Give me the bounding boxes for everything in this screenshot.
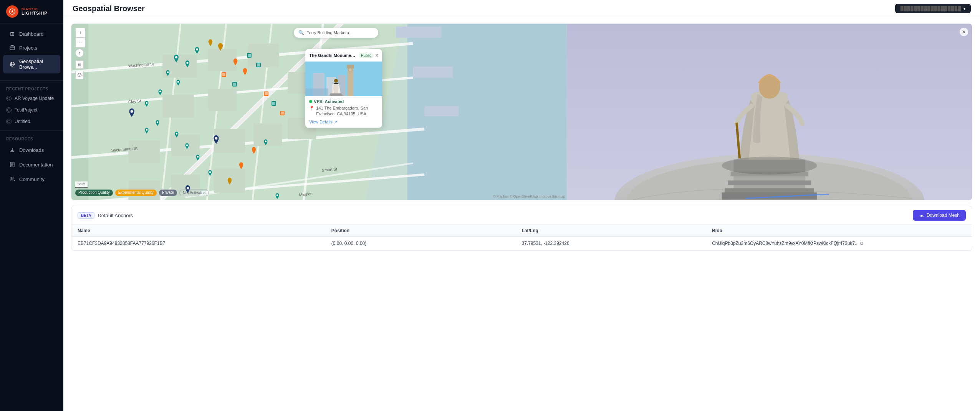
col-name: Name [78,228,331,233]
map-pin-teal-2[interactable] [185,60,190,69]
project-label: AR Voyage Update [15,96,54,101]
projects-icon [9,45,15,51]
legend-not-activated: Not Activated [179,190,209,196]
svg-point-58 [177,81,179,83]
map-pin-square-5[interactable] [263,91,269,98]
logo-sub-text: NIANTIC [22,7,48,11]
sidebar-item-documentation[interactable]: Documentation [3,158,60,171]
col-latlng: Lat/Lng [521,228,712,233]
content-area: Washington St Clay St Sacramento St Smar… [63,17,980,411]
map-attribution: © Mapbox © OpenStreetMap Improve this ma… [493,195,565,198]
map-pin-gold-3[interactable] [227,178,232,186]
svg-rect-41 [413,66,453,78]
map-pin-square-2[interactable] [256,62,261,69]
search-value: Ferry Building Marketp... [306,30,353,35]
map-legend: Production Quality Experimental Quality … [75,190,209,196]
legend-production: Production Quality [75,190,113,196]
map-pin-teal-4[interactable] [166,70,170,78]
svg-point-69 [146,129,148,131]
cell-blob: ChUlqPb0pZu3m6OyARC8wYuhsZm9vxAY0MfKtPsw… [712,241,966,246]
sidebar-item-community[interactable]: Community [3,173,60,186]
table-row: EB71CF3DA9A94932858FAA777926F1B7 (0.00, … [71,237,972,250]
map-pin-teal-3[interactable] [194,47,200,55]
zoom-out-button[interactable]: − [75,38,85,48]
table-column-headers: Name Position Lat/Lng Blob [71,225,972,237]
viewer-3d: ✕ [567,24,972,200]
chevron-down-icon: ▾ [963,7,965,11]
sidebar-item-downloads[interactable]: Downloads [3,143,60,156]
viewer-close-button[interactable]: ✕ [960,28,968,36]
svg-marker-97 [331,84,341,94]
cell-latlng: 37.79531, -122.392426 [521,241,712,246]
map-pin-teal-12[interactable] [208,170,212,178]
svg-rect-42 [424,106,459,116]
map-pin-teal-9[interactable] [174,131,179,139]
download-mesh-button[interactable]: Download Mesh [913,210,966,221]
map-pin-teal-1[interactable] [173,55,179,64]
recent-project-ar-voyage[interactable]: AR Voyage Update [0,93,63,104]
map-pin-orange-4[interactable] [251,147,257,155]
copy-blob-button[interactable]: ⧉ [860,241,864,246]
svg-rect-81 [265,92,268,95]
map-pin-teal-11[interactable] [195,155,200,162]
project-label: TestProject [15,107,37,113]
downloads-icon [9,147,15,153]
resources-divider [0,130,63,131]
svg-point-63 [157,121,159,123]
map-pin-teal-6[interactable] [158,89,162,97]
recent-project-untitled[interactable]: Untitled [0,116,63,127]
documentation-icon [9,161,15,168]
legend-experimental: Experimental Quality [115,190,157,196]
map-pin-teal-10[interactable] [185,143,189,151]
map-pin-teal-13[interactable] [263,139,268,147]
map-layers-button[interactable] [75,71,84,79]
map-pin-blue-1[interactable] [128,108,135,118]
map-pin-gold-1[interactable] [208,39,213,48]
zoom-in-button[interactable]: + [75,28,85,38]
map-pin-orange-2[interactable] [242,68,248,77]
view-details-link[interactable]: View Details ↗ [309,120,378,125]
map-section[interactable]: Washington St Clay St Sacramento St Smar… [71,24,567,200]
location-icon: 📍 [309,105,315,117]
svg-point-62 [146,102,148,104]
sidebar-item-label: Documentation [19,162,53,168]
svg-point-59 [159,91,161,93]
table-section-title: Default Anchors [98,213,133,218]
svg-rect-99 [305,88,328,96]
map-pin-square-3[interactable] [221,72,227,79]
logo-area: NIANTIC LIGHTSHIP [0,0,63,23]
user-menu[interactable]: ██████████████████ ▾ [895,4,971,13]
table-section: BETA Default Anchors Download Mesh Name … [71,206,972,251]
popup-close-button[interactable]: × [375,52,378,58]
map-pin-square-1[interactable] [247,53,252,60]
sidebar-item-geospatial[interactable]: Geospatial Brows... [3,55,60,73]
map-pin-blue-2[interactable] [213,135,220,145]
map-pin-teal-5[interactable] [176,80,180,87]
sidebar-item-label: Downloads [19,147,44,153]
svg-rect-83 [272,102,275,105]
sidebar-item-dashboard[interactable]: ⊞ Dashboard [3,27,60,40]
map-pin-square-6[interactable] [271,101,276,108]
map-pin-square-7[interactable] [280,110,285,117]
sidebar-item-projects[interactable]: Projects [3,41,60,54]
map-grid-button[interactable]: ⊞ [75,60,84,69]
map-search-bar[interactable]: 🔍 Ferry Building Marketp... [294,28,378,38]
map-pin-teal-15[interactable] [275,193,280,200]
map-pin-gold-2[interactable] [217,43,223,52]
popup-address: 📍 141 The Embarcadero, San Francisco, CA… [309,105,378,117]
svg-point-65 [186,145,188,146]
logo-main-text: LIGHTSHIP [22,11,48,16]
community-icon [9,176,15,182]
popup-title: The Gandhi Monument a... [309,53,355,58]
map-pin-orange-3[interactable] [238,162,244,171]
map-pin-orange-1[interactable] [233,58,238,67]
compass-button[interactable]: ↑ [75,49,84,57]
svg-point-5 [8,97,10,100]
svg-point-68 [265,141,267,143]
beta-badge: BETA [78,212,94,219]
map-pin-teal-14[interactable] [144,128,149,135]
map-pin-teal-8[interactable] [155,120,160,128]
recent-project-test[interactable]: TestProject [0,105,63,115]
map-pin-teal-7[interactable] [144,101,149,108]
map-pin-square-4[interactable] [232,82,237,88]
